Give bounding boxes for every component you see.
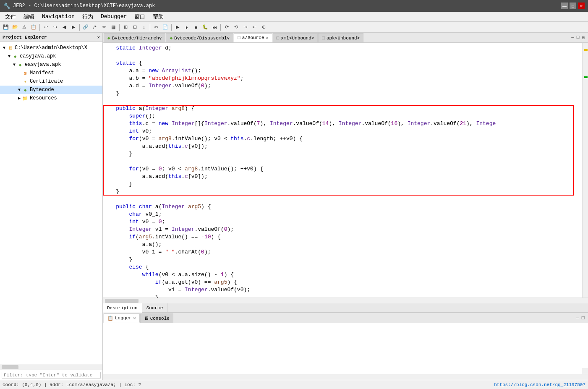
tab-max-btn[interactable]: ⊟ (581, 35, 585, 40)
tree-label-apk2: easyjava.apk (25, 62, 61, 68)
tree-item-root[interactable]: ▼ 🖥 C:\Users\admin\Desktop\X (0, 44, 102, 52)
sidebar-tree: ▼ 🖥 C:\Users\admin\Desktop\X ▼ ◆ easyjav… (0, 42, 102, 205)
tab-label-3: xml<Unbound> (281, 36, 314, 41)
bottom-max-btn[interactable]: □ (581, 315, 585, 321)
toolbar-misc5[interactable]: ⊕ (259, 23, 268, 31)
toolbar-misc4[interactable]: ⇤ (250, 23, 259, 31)
tab-restore-btn[interactable]: □ (576, 35, 580, 40)
toolbar-misc2[interactable]: ⟲ (232, 23, 240, 31)
code-line: a.a.add(this.c[v0]); (103, 173, 582, 180)
tab-label-4: apk<Unbound> (327, 36, 360, 41)
toolbar-pencil[interactable]: ✏ (100, 23, 108, 31)
tab-xml[interactable]: □ xml<Unbound> (273, 33, 318, 42)
toolbar-open[interactable]: 📂 (11, 23, 19, 31)
toolbar-redo[interactable]: ↪ (51, 23, 59, 31)
tab-source[interactable]: □ a/Source ✕ (234, 33, 272, 42)
code-line: char v0_1; (103, 211, 582, 218)
toolbar-misc1[interactable]: ⟳ (222, 23, 231, 31)
bottom-tab-logger[interactable]: 📋 Logger ✕ (104, 313, 140, 323)
bottom-tab-console-label: Console (150, 316, 170, 321)
tree-item-apk1[interactable]: ▼ ◆ easyjava.apk (0, 52, 102, 60)
title-bar-controls[interactable]: — □ ✕ (561, 3, 585, 9)
tree-item-apk2[interactable]: ▼ ◆ easyjava.apk (0, 60, 102, 69)
tree-item-resources[interactable]: ▶ 📁 Resources (0, 94, 102, 102)
toolbar-step[interactable]: ⏭ (210, 23, 219, 31)
code-line: a.a.add(this.c[v0]); (103, 143, 582, 150)
apk-icon2: ◆ (17, 62, 24, 68)
code-line: super(); (103, 112, 582, 120)
toolbar-grid[interactable]: ▦ (109, 23, 118, 31)
toolbar-link[interactable]: 🔗 (81, 23, 90, 31)
menu-edit[interactable]: 编辑 (20, 12, 38, 21)
tree-arrow: ▼ (2, 46, 7, 50)
maximize-button[interactable]: □ (570, 3, 576, 9)
toolbar-back[interactable]: ◀ (60, 23, 68, 31)
tree-arrow: ▼ (12, 63, 17, 67)
status-left: coord: (0,4,0) | addr: Lcom/a/easyjava/a… (3, 382, 141, 387)
toolbar-insert[interactable]: ↕ (140, 23, 148, 31)
bottom-vscroll[interactable] (582, 368, 588, 374)
toolbar-new[interactable]: 💾 (2, 23, 10, 31)
close-button[interactable]: ✕ (578, 3, 585, 9)
toolbar-fwd[interactable]: ▶ (69, 23, 78, 31)
menu-window[interactable]: 窗口 (131, 12, 149, 21)
toolbar-stop[interactable]: ■ (192, 23, 200, 31)
toolbar-run[interactable]: ▶ (173, 23, 182, 31)
code-line: static Integer d; (103, 44, 582, 52)
minimize-button[interactable]: — (561, 3, 568, 9)
toolbar-cut[interactable]: ✂ (152, 23, 160, 31)
bottom-controls: — □ (575, 315, 587, 321)
desc-source-tabs: Description Source (103, 303, 588, 313)
code-wrapper: static Integer d; static { a.a = new Arr… (103, 43, 588, 298)
toolbar-undo[interactable]: ↩ (42, 23, 50, 31)
tab-description[interactable]: Description (103, 303, 142, 313)
toolbar-cols[interactable]: ⊟ (131, 23, 139, 31)
tree-label-cert: Certificate (30, 78, 63, 84)
tab-min-btn[interactable]: — (570, 35, 575, 40)
filter-input[interactable] (2, 372, 101, 379)
bottom-tabs: 📋 Logger ✕ 🖥 Console — □ (103, 313, 588, 323)
sidebar-close-icon[interactable]: ✕ (97, 34, 100, 40)
toolbar-misc3[interactable]: ⇥ (241, 23, 249, 31)
toolbar-comment[interactable]: /* (91, 23, 99, 31)
tab-label-2: a/Source (242, 35, 264, 40)
tab-bytecode-hierarchy[interactable]: ◆ Bytecode/Hierarchy (104, 33, 165, 42)
content-area: ◆ Bytecode/Hierarchy ◆ Bytecode/Disassem… (103, 33, 588, 380)
code-line: if(arg5.intValue() == -10) { (103, 233, 582, 241)
tree-item-cert[interactable]: ✦ Certificate (0, 77, 102, 86)
toolbar-dbg[interactable]: 🐛 (201, 23, 209, 31)
toolbar-btn4[interactable]: 📋 (29, 23, 38, 31)
menu-debugger[interactable]: Debugger (97, 13, 130, 21)
menu-file[interactable]: 文件 (2, 12, 19, 21)
right-scroll-area[interactable] (582, 43, 588, 298)
tree-item-manifest[interactable]: ⊠ Manifest (0, 69, 102, 77)
bottom-min-btn[interactable]: — (575, 315, 580, 321)
toolbar-alert[interactable]: ⚠ (20, 23, 29, 31)
tab-icon-2: □ (238, 35, 240, 40)
code-hscroll[interactable] (103, 298, 588, 303)
bottom-tab-logger-close[interactable]: ✕ (133, 316, 136, 321)
tab-source-bottom[interactable]: Source (142, 303, 168, 313)
menu-action[interactable]: 行为 (79, 12, 97, 21)
sidebar-hscroll[interactable] (0, 364, 102, 370)
tree-item-bytecode[interactable]: ▼ ◆ Bytecode (0, 86, 102, 94)
bottom-hscroll[interactable] (103, 374, 588, 380)
code-line: if(a.a.get(v0) == arg5) { (103, 279, 582, 286)
menu-help[interactable]: 帮助 (149, 12, 167, 21)
toolbar-table[interactable]: ⊞ (121, 23, 130, 31)
bottom-tab-console[interactable]: 🖥 Console (140, 313, 173, 323)
code-line (103, 97, 582, 105)
menu-navigation[interactable]: Navigation (39, 13, 78, 21)
tab-apk[interactable]: □ apk<Unbound> (318, 33, 363, 42)
bottom-content (103, 323, 588, 374)
toolbar-copy[interactable]: 📄 (161, 23, 170, 31)
tab-bytecode-disassembly[interactable]: ◆ Bytecode/Disassembly (166, 33, 233, 42)
code-line: while(v0 < a.a.size() - 1) { (103, 271, 582, 279)
tree-label-manifest: Manifest (30, 70, 54, 76)
toolbar: 💾 📂 ⚠ 📋 ↩ ↪ ◀ ▶ 🔗 /* ✏ ▦ ⊞ ⊟ ↕ ✂ 📄 ▶ ⏵ ■… (0, 22, 588, 33)
tab-close-source[interactable]: ✕ (266, 35, 269, 40)
bottom-tabs-left: 📋 Logger ✕ 🖥 Console (104, 313, 174, 323)
toolbar-play[interactable]: ⏵ (183, 23, 191, 31)
console-icon: 🖥 (144, 316, 149, 321)
code-scroll[interactable]: static Integer d; static { a.a = new Arr… (103, 43, 582, 298)
